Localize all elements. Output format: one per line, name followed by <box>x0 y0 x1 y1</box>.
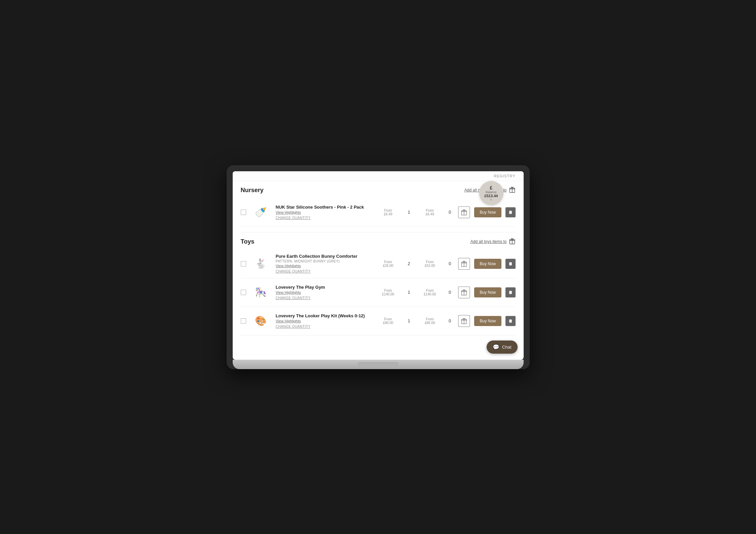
nursery-item-price-1: From £6.49 <box>376 209 400 216</box>
add-all-toys-button[interactable]: Add all toys items to <box>470 238 515 246</box>
nursery-item-total-1: From £6.49 <box>418 209 441 216</box>
toys-item-received-3: 0 <box>446 318 454 323</box>
toys-item-checkbox-3[interactable] <box>241 318 246 324</box>
nursery-section-header: Nursery Add all nursery items to <box>241 186 516 194</box>
nursery-item-details-1: NUK Star Silicone Soothers - Pink - 2 Pa… <box>276 205 372 220</box>
chat-label: Chat <box>502 345 511 350</box>
toys-item-price-1: From £26.00 <box>376 260 400 268</box>
bunny-icon: 🐇 <box>255 258 267 269</box>
nursery-item-checkbox-1[interactable] <box>241 210 246 215</box>
toys-buy-now-2[interactable]: Buy Now <box>474 287 501 297</box>
toys-item-details-3: Lovevery The Looker Play Kit (Weeks 0-12… <box>276 313 372 329</box>
laptop-trackpad <box>358 362 398 367</box>
toys-item-row-2: 🎠 Lovevery The Play Gym View Highlights … <box>241 278 516 307</box>
balance-label: Balance <box>486 190 497 194</box>
toys-item-image-2: 🎠 <box>250 282 272 303</box>
toys-buy-now-1[interactable]: Buy Now <box>474 259 501 269</box>
toys-item-total-3: From £80.00 <box>418 317 441 325</box>
looker-kit-icon: 🎨 <box>255 315 267 326</box>
toys-item-name-2: Lovevery The Play Gym <box>276 285 372 290</box>
toys-item-details-2: Lovevery The Play Gym View Highlights CH… <box>276 285 372 300</box>
toys-delete-3[interactable] <box>505 316 516 326</box>
toys-delete-2[interactable] <box>505 287 516 297</box>
nursery-change-qty-1[interactable]: CHANGE QUANTITY <box>276 216 311 220</box>
chat-button[interactable]: 💬 Chat <box>487 341 517 354</box>
gift-icon-toys <box>509 238 516 246</box>
toys-item-checkbox-2[interactable] <box>241 290 246 295</box>
toys-item-name-1: Pure Earth Collection Bunny Comforter <box>276 254 372 259</box>
nursery-item-qty-1: 1 <box>404 210 414 215</box>
toys-item-pattern-1: PATTERN: MIDNIGHT BUNNY (GREY) <box>276 259 372 263</box>
toys-item-received-2: 0 <box>446 290 454 295</box>
toys-item-image-1: 🐇 <box>250 253 272 275</box>
toys-buy-now-3[interactable]: Buy Now <box>474 316 501 326</box>
play-gym-icon: 🎠 <box>255 287 267 298</box>
toys-item-row-3: 🎨 Lovevery The Looker Play Kit (Weeks 0-… <box>241 307 516 335</box>
toys-item-details-1: Pure Earth Collection Bunny Comforter PA… <box>276 254 372 274</box>
toys-item-total-1: From £52.00 <box>418 260 441 268</box>
nursery-delete-1[interactable] <box>505 207 516 217</box>
toys-item-row-1: 🐇 Pure Earth Collection Bunny Comforter … <box>241 250 516 278</box>
toys-gift-button-1[interactable] <box>458 258 470 270</box>
toys-item-name-3: Lovevery The Looker Play Kit (Weeks 0-12… <box>276 313 372 318</box>
toys-delete-1[interactable] <box>505 259 516 269</box>
toys-item-image-3: 🎨 <box>250 310 272 332</box>
registry-label: REGISTRY <box>494 174 515 178</box>
toys-item-received-1: 0 <box>446 261 454 266</box>
toys-item-qty-1: 2 <box>404 261 414 266</box>
laptop-screen: REGISTRY £ Balance £513.44 ∨ Nursery Add… <box>233 171 524 360</box>
nursery-item-row: 🍼 NUK Star Silicone Soothers - Pink - 2 … <box>241 198 516 227</box>
toys-view-highlights-2[interactable]: View Highlights <box>276 290 372 294</box>
page: REGISTRY £ Balance £513.44 ∨ Nursery Add… <box>233 171 524 341</box>
nursery-item-name-1: NUK Star Silicone Soothers - Pink - 2 Pa… <box>276 205 372 210</box>
toys-change-qty-2[interactable]: CHANGE QUANTITY <box>276 296 311 300</box>
toys-gift-button-2[interactable] <box>458 286 470 298</box>
balance-pound: £ <box>490 185 493 190</box>
toys-view-highlights-1[interactable]: View Highlights <box>276 264 372 268</box>
toys-item-price-3: From £80.00 <box>376 317 400 325</box>
toys-change-qty-1[interactable]: CHANGE QUANTITY <box>276 270 311 273</box>
chat-icon: 💬 <box>493 344 499 350</box>
toys-view-highlights-3[interactable]: View Highlights <box>276 319 372 323</box>
balance-chevron: ∨ <box>490 198 492 201</box>
laptop-base <box>233 360 524 369</box>
nursery-view-highlights-1[interactable]: View Highlights <box>276 210 372 214</box>
toys-item-price-2: From £140.00 <box>376 289 400 296</box>
nursery-item-image-1: 🍼 <box>250 202 272 223</box>
toys-gift-button-3[interactable] <box>458 315 470 327</box>
nursery-buy-now-1[interactable]: Buy Now <box>474 207 501 217</box>
gift-icon-nursery <box>509 186 516 194</box>
toys-item-checkbox-1[interactable] <box>241 261 246 266</box>
laptop-outer: REGISTRY £ Balance £513.44 ∨ Nursery Add… <box>227 165 530 369</box>
top-bar: REGISTRY <box>233 171 524 181</box>
nursery-item-received-1: 0 <box>446 210 454 215</box>
toys-item-total-2: From £140.00 <box>418 289 441 296</box>
toys-title: Toys <box>241 238 255 245</box>
toys-change-qty-3[interactable]: CHANGE QUANTITY <box>276 325 311 328</box>
balance-tooltip[interactable]: £ Balance £513.44 ∨ <box>479 181 503 205</box>
toys-section-header: Toys Add all toys items to <box>241 238 516 246</box>
nursery-gift-button-1[interactable] <box>458 206 470 218</box>
balance-amount: £513.44 <box>485 194 498 198</box>
nursery-title: Nursery <box>241 187 264 194</box>
nursery-section: £ Balance £513.44 ∨ Nursery Add all nurs… <box>233 181 524 232</box>
toys-section: Toys Add all toys items to <box>233 233 524 341</box>
soothers-icon: 🍼 <box>255 207 267 218</box>
toys-item-qty-2: 1 <box>404 290 414 295</box>
toys-item-qty-3: 1 <box>404 318 414 323</box>
